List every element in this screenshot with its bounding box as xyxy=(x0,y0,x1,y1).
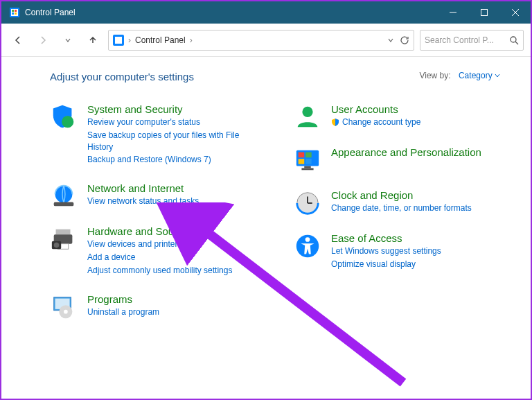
category-link[interactable]: Optimize visual display xyxy=(331,259,510,270)
minimize-button[interactable] xyxy=(437,1,468,24)
svg-point-10 xyxy=(511,37,516,42)
category-link[interactable]: Let Windows suggest settings xyxy=(331,245,510,257)
svg-rect-7 xyxy=(481,10,487,16)
clock-icon xyxy=(294,189,321,217)
refresh-button[interactable] xyxy=(400,35,409,45)
breadcrumb-separator-icon: › xyxy=(190,35,193,45)
forward-button[interactable] xyxy=(33,31,53,50)
content-area: Adjust your computer's settings View by:… xyxy=(1,57,531,399)
svg-rect-27 xyxy=(305,153,312,158)
address-dropdown-icon[interactable] xyxy=(387,37,394,44)
programs-icon xyxy=(50,293,78,321)
address-bar[interactable]: › Control Panel › xyxy=(108,30,414,51)
category-link[interactable]: View devices and printers xyxy=(87,238,266,250)
search-box[interactable] xyxy=(420,30,524,51)
maximize-button[interactable] xyxy=(468,1,499,24)
back-button[interactable] xyxy=(8,31,28,50)
uac-shield-icon xyxy=(331,118,339,126)
view-by-dropdown[interactable]: Category xyxy=(459,71,500,80)
category-title[interactable]: Appearance and Personalization xyxy=(331,146,510,158)
svg-point-19 xyxy=(54,243,60,248)
svg-rect-26 xyxy=(299,153,305,158)
category-link[interactable]: Save backup copies of your files with Fi… xyxy=(87,130,266,153)
svg-rect-30 xyxy=(304,166,311,168)
category-title[interactable]: Programs xyxy=(87,293,266,305)
category-user-accounts: User Accounts Change account type xyxy=(294,103,510,131)
svg-rect-4 xyxy=(12,12,14,15)
svg-rect-29 xyxy=(305,159,312,164)
category-clock: Clock and Region Change date, time, or n… xyxy=(294,189,510,217)
svg-rect-3 xyxy=(15,10,17,12)
app-icon xyxy=(8,6,21,19)
category-hardware: Hardware and Sound View devices and prin… xyxy=(50,225,266,277)
category-network: Network and Internet View network status… xyxy=(50,182,266,210)
printer-icon xyxy=(50,225,78,253)
view-by: View by: Category xyxy=(419,71,500,80)
svg-line-11 xyxy=(515,42,518,44)
svg-rect-5 xyxy=(15,12,17,15)
svg-rect-28 xyxy=(299,159,305,164)
svg-rect-2 xyxy=(12,10,14,12)
svg-point-24 xyxy=(302,107,312,117)
control-panel-icon xyxy=(113,35,124,46)
search-icon[interactable] xyxy=(509,35,519,45)
svg-rect-15 xyxy=(56,229,71,235)
category-title[interactable]: User Accounts xyxy=(331,103,510,115)
category-ease-of-access: Ease of Access Let Windows suggest setti… xyxy=(294,232,510,272)
category-link[interactable]: Adjust commonly used mobility settings xyxy=(87,265,266,277)
category-title[interactable]: Ease of Access xyxy=(331,232,510,244)
category-title[interactable]: Network and Internet xyxy=(87,182,266,194)
category-title[interactable]: Hardware and Sound xyxy=(87,225,266,237)
category-title[interactable]: Clock and Region xyxy=(331,189,510,201)
breadcrumb-separator-icon: › xyxy=(128,35,131,45)
category-title[interactable]: System and Security xyxy=(87,103,266,115)
up-button[interactable] xyxy=(83,31,103,50)
svg-point-12 xyxy=(62,116,73,128)
search-input[interactable] xyxy=(425,35,505,45)
svg-rect-14 xyxy=(54,202,74,207)
shield-icon xyxy=(50,103,78,131)
category-link[interactable]: Change account type xyxy=(342,116,420,128)
window-title: Control Panel xyxy=(25,8,437,17)
category-appearance: Appearance and Personalization xyxy=(294,146,510,174)
category-link[interactable]: Backup and Restore (Windows 7) xyxy=(87,154,266,166)
category-link[interactable]: Review your computer's status xyxy=(87,116,266,128)
category-link[interactable]: Change date, time, or number formats xyxy=(331,202,510,214)
breadcrumb-root[interactable]: Control Panel xyxy=(135,35,186,45)
category-link[interactable]: Add a device xyxy=(87,252,266,263)
category-system-security: System and Security Review your computer… xyxy=(50,103,266,167)
toolbar: › Control Panel › xyxy=(1,24,531,57)
svg-point-37 xyxy=(305,237,310,242)
accessibility-icon xyxy=(294,232,321,260)
category-link[interactable]: Uninstall a program xyxy=(87,306,266,318)
svg-point-23 xyxy=(64,309,68,313)
title-bar: Control Panel xyxy=(1,1,531,24)
monitor-icon xyxy=(294,146,321,174)
svg-rect-31 xyxy=(301,168,313,170)
category-programs: Programs Uninstall a program xyxy=(50,293,266,321)
close-button[interactable] xyxy=(499,1,531,24)
globe-icon xyxy=(50,182,78,210)
view-by-label: View by: xyxy=(419,71,450,80)
category-link[interactable]: View network status and tasks xyxy=(87,195,266,207)
user-icon xyxy=(294,103,321,131)
recent-dropdown[interactable] xyxy=(58,31,78,50)
